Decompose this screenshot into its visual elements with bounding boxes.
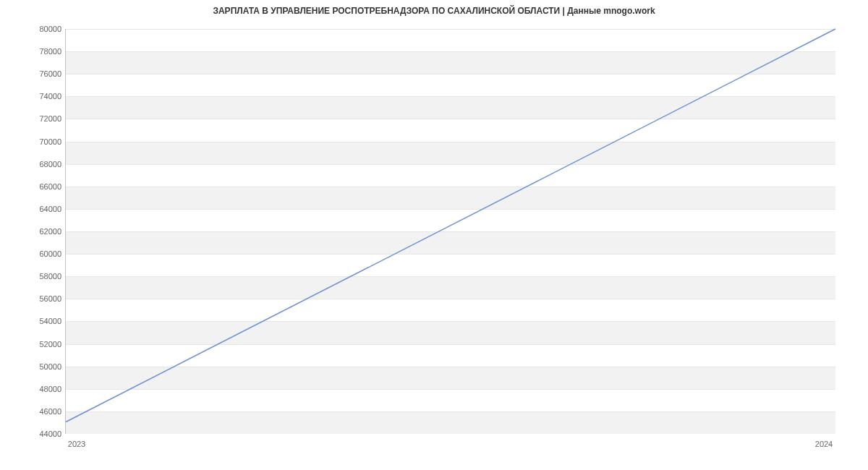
y-axis-tick-label: 56000 <box>25 294 61 303</box>
x-axis-tick-label: 2024 <box>815 440 833 448</box>
y-axis-tick-label: 78000 <box>25 47 61 56</box>
y-axis-tick-label: 48000 <box>25 385 61 393</box>
y-axis-tick-label: 74000 <box>25 92 61 101</box>
y-axis-tick-label: 44000 <box>25 430 61 438</box>
y-axis-tick-label: 62000 <box>25 227 61 236</box>
y-axis-tick-label: 54000 <box>25 317 61 325</box>
y-axis-tick-label: 66000 <box>25 182 61 191</box>
y-axis-tick-label: 60000 <box>25 249 61 258</box>
y-axis-tick-label: 76000 <box>25 69 61 78</box>
chart-title: ЗАРПЛАТА В УПРАВЛЕНИЕ РОСПОТРЕБНАДЗОРА П… <box>0 6 868 16</box>
y-axis-tick-label: 52000 <box>25 340 61 349</box>
series-line <box>66 29 835 422</box>
plot-area <box>65 29 835 434</box>
y-axis-tick-label: 46000 <box>25 407 61 416</box>
y-axis-tick-label: 64000 <box>25 205 61 213</box>
y-axis-tick-label: 72000 <box>25 114 61 123</box>
y-axis-tick-label: 58000 <box>25 272 61 281</box>
y-axis-tick-label: 68000 <box>25 160 61 168</box>
y-axis-tick-label: 80000 <box>25 25 61 33</box>
x-axis-tick-label: 2023 <box>68 440 85 448</box>
chart-container: ЗАРПЛАТА В УПРАВЛЕНИЕ РОСПОТРЕБНАДЗОРА П… <box>0 0 868 470</box>
y-axis-tick-label: 70000 <box>25 137 61 146</box>
line-layer-svg <box>66 29 835 433</box>
y-axis-tick-label: 50000 <box>25 362 61 371</box>
